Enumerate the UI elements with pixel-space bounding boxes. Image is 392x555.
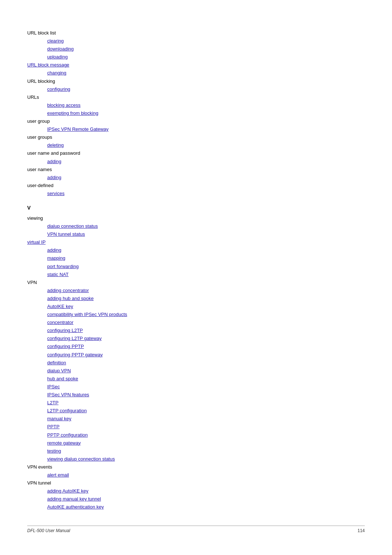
index-entry[interactable]: adding concentrator [47,287,365,295]
index-entry: VPN tunnel [27,479,365,487]
index-link[interactable]: dialup connection status [47,223,98,229]
index-link[interactable]: downloading [47,46,74,52]
index-link[interactable]: clearing [47,38,64,44]
index-entry[interactable]: adding [47,246,365,254]
index-entry: user-defined [27,182,365,190]
footer: DFL-500 User Manual 114 [27,526,365,533]
index-entry[interactable]: dialup connection status [47,222,365,230]
index-entry[interactable]: adding manual key tunnel [47,495,365,503]
index-link[interactable]: adding concentrator [47,288,89,293]
index-entry[interactable]: definition [47,359,365,367]
index-entry[interactable]: IPSec [47,383,365,391]
index-entry[interactable]: URL block message [27,61,365,69]
index-link[interactable]: remote gateway [47,440,81,446]
index-entry[interactable]: hub and spoke [47,375,365,383]
index-link[interactable]: testing [47,448,61,454]
index-entry[interactable]: services [47,190,365,198]
index-link[interactable]: manual key [47,416,71,421]
index-link[interactable]: dialup VPN [47,368,71,373]
index-link[interactable]: configuring PPTP [47,344,84,349]
index-entry[interactable]: clearing [47,37,365,45]
index-link[interactable]: URL block message [27,62,69,68]
index-entry[interactable]: uploading [47,53,365,61]
index-entry[interactable]: configuring PPTP [47,343,365,351]
index-entry[interactable]: adding AutoIKE key [47,487,365,495]
index-entry[interactable]: AutoIKE key [47,303,365,311]
index-entry[interactable]: compatibility with IPSec VPN products [47,311,365,319]
index-link[interactable]: static NAT [47,272,69,277]
index-entry[interactable]: alert email [47,471,365,479]
index-entry[interactable]: dialup VPN [47,367,365,375]
index-link[interactable]: definition [47,360,66,365]
index-link[interactable]: services [47,191,65,196]
index-link[interactable]: port forwarding [47,264,79,269]
index-link[interactable]: configuring L2TP [47,328,83,333]
index-link[interactable]: IPSec VPN features [47,392,89,397]
index-link[interactable]: adding [47,175,61,180]
index-link[interactable]: configuring PPTP gateway [47,352,103,357]
index-entry[interactable]: remote gateway [47,439,365,447]
index-entry[interactable]: configuring L2TP [47,327,365,335]
index-entry[interactable]: IPSec VPN Remote Gateway [47,125,365,133]
index-entry[interactable]: testing [47,447,365,455]
index-entry[interactable]: L2TP [47,399,365,407]
index-entry[interactable]: PPTP configuration [47,431,365,439]
index-entry: URL blocking [27,77,365,85]
index-entry[interactable]: changing [47,69,365,77]
index-link[interactable]: adding hub and spoke [47,296,94,301]
index-entry[interactable]: exempting from blocking [47,109,365,117]
index-entry[interactable]: IPSec VPN features [47,391,365,399]
index-entry[interactable]: adding hub and spoke [47,295,365,303]
index-entry[interactable]: L2TP configuration [47,407,365,415]
index-link[interactable]: blocking access [47,102,81,108]
index-link[interactable]: PPTP [47,424,60,429]
index-link[interactable]: changing [47,70,66,76]
index-entry[interactable]: AutoIKE authentication key [47,503,365,511]
index-link[interactable]: exempting from blocking [47,110,98,116]
index-link[interactable]: IPSec VPN Remote Gateway [47,126,109,132]
index-entry[interactable]: port forwarding [47,263,365,271]
index-link[interactable]: concentrator [47,320,73,325]
index-link[interactable]: PPTP configuration [47,432,88,438]
index-entry[interactable]: deleting [47,141,365,149]
index-entry[interactable]: adding [47,174,365,182]
index-link[interactable]: L2TP configuration [47,408,87,413]
index-entry: VPN events [27,463,365,471]
index-link[interactable]: adding manual key tunnel [47,496,101,502]
index-link[interactable]: deleting [47,142,64,148]
index-entry[interactable]: configuring L2TP gateway [47,335,365,343]
index-link[interactable]: adding [47,159,61,164]
index-entry[interactable]: blocking access [47,101,365,109]
index-link[interactable]: configuring L2TP gateway [47,336,102,341]
index-entry[interactable]: virtual IP [27,238,365,246]
index-link[interactable]: uploading [47,54,68,60]
index-entry[interactable]: static NAT [47,271,365,279]
index-link[interactable]: AutoIKE authentication key [47,504,104,510]
index-entry[interactable]: PPTP [47,423,365,431]
index-entry[interactable]: configuring [47,85,365,93]
index-link[interactable]: virtual IP [27,239,46,245]
index-entry[interactable]: downloading [47,45,365,53]
index-entry[interactable]: manual key [47,415,365,423]
index-entry[interactable]: viewing dialup connection status [47,455,365,463]
index-link[interactable]: compatibility with IPSec VPN products [47,312,127,317]
index-entry[interactable]: adding [47,158,365,166]
index-entry[interactable]: VPN tunnel status [47,230,365,238]
index-entry: user name and password [27,149,365,157]
index-link[interactable]: IPSec [47,384,60,389]
index-entry[interactable]: configuring PPTP gateway [47,351,365,359]
index-link[interactable]: alert email [47,472,69,478]
page-content: URL block listclearingdownloadinguploadi… [0,0,392,533]
section-letter-v: V [27,205,365,211]
index-link[interactable]: AutoIKE key [47,304,73,309]
index-link[interactable]: mapping [47,255,65,261]
index-link[interactable]: VPN tunnel status [47,231,85,237]
index-link[interactable]: L2TP [47,400,58,405]
index-entry[interactable]: concentrator [47,319,365,327]
index-link[interactable]: hub and spoke [47,376,78,381]
index-entry[interactable]: mapping [47,254,365,262]
index-link[interactable]: adding AutoIKE key [47,488,88,494]
index-link[interactable]: configuring [47,86,70,92]
index-link[interactable]: viewing dialup connection status [47,456,115,462]
index-link[interactable]: adding [47,247,61,253]
